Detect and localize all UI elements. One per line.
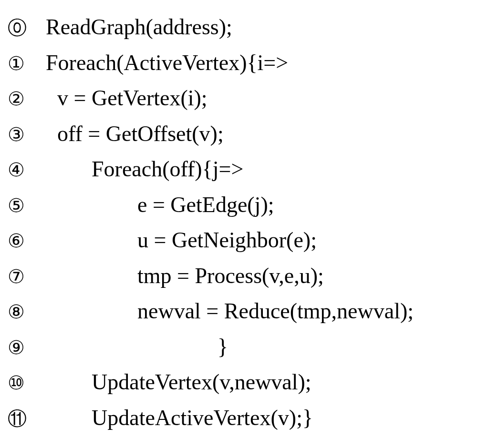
code-line: ①Foreach(ActiveVertex){i=> <box>5 45 472 81</box>
code-line: ④Foreach(off){j=> <box>5 152 472 187</box>
code-text: v = GetVertex(i); <box>46 81 207 116</box>
code-line: ⑩UpdateVertex(v,newval); <box>5 365 472 400</box>
code-text: off = GetOffset(v); <box>46 116 224 152</box>
code-line: ⑤e = GetEdge(j); <box>5 187 472 223</box>
line-number-marker: ② <box>5 83 46 114</box>
code-line: ③off = GetOffset(v); <box>5 116 472 152</box>
code-text: newval = Reduce(tmp,newval); <box>46 294 414 329</box>
code-line: ②v = GetVertex(i); <box>5 81 472 116</box>
code-line: ⑥u = GetNeighbor(e); <box>5 223 472 258</box>
line-number-marker: ③ <box>5 119 46 150</box>
line-number-marker: ⑧ <box>5 296 46 327</box>
code-text: } <box>46 329 228 365</box>
code-line: ⑧newval = Reduce(tmp,newval); <box>5 294 472 329</box>
line-number-marker: ④ <box>5 154 46 185</box>
code-line: ⓪ReadGraph(address); <box>5 10 472 45</box>
code-line: ⑪UpdateActiveVertex(v);} <box>5 400 472 436</box>
code-text: ReadGraph(address); <box>46 10 232 45</box>
code-text: UpdateActiveVertex(v);} <box>46 400 313 436</box>
line-number-marker: ① <box>5 48 46 79</box>
code-text: Foreach(off){j=> <box>46 152 243 187</box>
code-text: e = GetEdge(j); <box>46 187 274 223</box>
code-text: Foreach(ActiveVertex){i=> <box>46 45 288 81</box>
line-number-marker: ⑨ <box>5 332 46 363</box>
line-number-marker: ⑥ <box>5 225 46 256</box>
line-number-marker: ⑤ <box>5 190 46 221</box>
code-text: tmp = Process(v,e,u); <box>46 258 324 294</box>
code-text: u = GetNeighbor(e); <box>46 223 317 258</box>
code-text: UpdateVertex(v,newval); <box>46 365 311 400</box>
line-number-marker: ⓪ <box>5 12 46 43</box>
line-number-marker: ⑦ <box>5 261 46 292</box>
code-line: ⑨} <box>5 329 472 365</box>
code-line: ⑦tmp = Process(v,e,u); <box>5 258 472 294</box>
pseudocode-listing: ⓪ReadGraph(address);①Foreach(ActiveVerte… <box>0 0 477 445</box>
line-number-marker: ⑩ <box>5 367 46 398</box>
line-number-marker: ⑪ <box>5 403 46 434</box>
